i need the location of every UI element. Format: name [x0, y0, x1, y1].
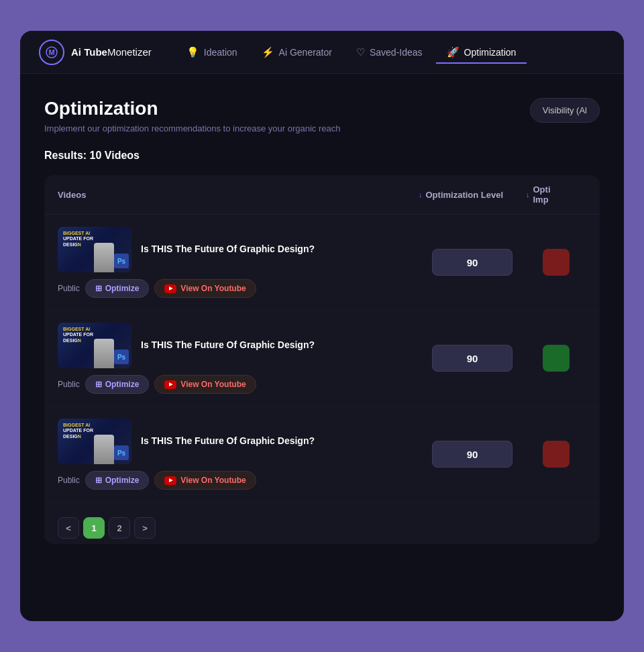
opt-level-cell: 90	[419, 345, 526, 372]
logo: M Ai TubeMonetizer	[39, 40, 152, 65]
video-info: BIGGEST AIUPDATE FORDESIGN Ps Is THIS Th…	[58, 419, 419, 490]
saved-ideas-icon: ♡	[356, 46, 365, 58]
table-row: BIGGEST AIUPDATE FORDESIGN Ps Is THIS Th…	[44, 311, 600, 406]
logo-icon: M	[39, 40, 64, 65]
optimize-icon: ⊞	[95, 476, 102, 485]
col-opt-level: ↓ Optimization Level	[419, 190, 526, 200]
youtube-icon: ▶	[164, 284, 176, 293]
imp-badge	[543, 345, 570, 372]
opt-imp-cell	[526, 249, 586, 276]
page-1-button[interactable]: 1	[83, 517, 105, 539]
video-status: Public	[58, 476, 80, 485]
view-on-youtube-button[interactable]: ▶ View On Youtube	[154, 471, 256, 490]
results-count: Results: 10 Videos	[44, 150, 600, 162]
navbar: M Ai TubeMonetizer 💡 Ideation ⚡ Ai Gener…	[20, 31, 624, 74]
table-header: Videos ↓ Optimization Level ↓ OptiImp	[44, 175, 600, 215]
page-header-text: Optimization Implement our optimization …	[44, 98, 341, 133]
ideation-icon: 💡	[186, 46, 199, 58]
table-row: BIGGEST AIUPDATE FORDESIGN Ps Is THIS Th…	[44, 406, 600, 502]
nav-item-ai-generator[interactable]: ⚡ Ai Generator	[251, 41, 343, 64]
thumb-badge: Ps	[114, 349, 129, 364]
optimize-button[interactable]: ⊞ Optimize	[85, 375, 150, 394]
opt-level-cell: 90	[419, 441, 526, 468]
videos-table: Videos ↓ Optimization Level ↓ OptiImp	[44, 175, 600, 544]
page-header: Optimization Implement our optimization …	[44, 98, 600, 133]
opt-level-value: 90	[432, 441, 513, 468]
prev-page-button[interactable]: <	[58, 517, 79, 539]
view-on-youtube-button[interactable]: ▶ View On Youtube	[154, 375, 256, 394]
visibility-button[interactable]: Visibility (Al	[530, 98, 600, 123]
thumb-person	[94, 243, 114, 272]
video-thumbnail: BIGGEST AIUPDATE FORDESIGN Ps	[58, 323, 131, 368]
sort-arrow-opt-level: ↓	[419, 191, 423, 199]
nav-item-optimization[interactable]: 🚀 Optimization	[436, 41, 527, 64]
page-title: Optimization	[44, 98, 341, 119]
video-thumbnail: BIGGEST AIUPDATE FORDESIGN Ps	[58, 227, 131, 272]
video-actions: Public ⊞ Optimize ▶ View On Youtube	[58, 375, 419, 394]
video-info: BIGGEST AIUPDATE FORDESIGN Ps Is THIS Th…	[58, 227, 419, 298]
optimize-button[interactable]: ⊞ Optimize	[85, 471, 150, 490]
ai-generator-icon: ⚡	[262, 46, 274, 58]
optimize-icon: ⊞	[95, 284, 102, 293]
next-page-button[interactable]: >	[134, 517, 156, 539]
sort-arrow-opt-imp: ↓	[526, 191, 530, 199]
youtube-icon: ▶	[164, 380, 176, 389]
video-title: Is THIS The Future Of Graphic Design?	[141, 435, 315, 448]
optimize-button[interactable]: ⊞ Optimize	[85, 279, 150, 298]
table-row: BIGGEST AIUPDATE FORDESIGN Ps Is THIS Th…	[44, 215, 600, 311]
main-content: Optimization Implement our optimization …	[20, 74, 624, 621]
page-subtitle: Implement our optimization recommendatio…	[44, 123, 341, 133]
video-status: Public	[58, 380, 80, 389]
pagination: < 1 2 >	[44, 502, 600, 544]
video-title: Is THIS The Future Of Graphic Design?	[141, 339, 315, 352]
opt-level-value: 90	[432, 249, 513, 276]
youtube-icon: ▶	[164, 476, 176, 485]
video-info: BIGGEST AIUPDATE FORDESIGN Ps Is THIS Th…	[58, 323, 419, 394]
nav-item-saved-ideas[interactable]: ♡ Saved-Ideas	[345, 41, 433, 64]
nav-items: 💡 Ideation ⚡ Ai Generator ♡ Saved-Ideas …	[176, 41, 605, 64]
imp-badge	[543, 441, 570, 468]
col-videos: Videos	[58, 190, 419, 200]
thumb-person	[94, 339, 114, 368]
video-top: BIGGEST AIUPDATE FORDESIGN Ps Is THIS Th…	[58, 419, 419, 464]
thumb-badge: Ps	[114, 254, 129, 268]
logo-text: Ai TubeMonetizer	[71, 46, 152, 58]
opt-imp-cell	[526, 441, 586, 468]
thumb-badge: Ps	[114, 445, 129, 460]
opt-level-cell: 90	[419, 249, 526, 276]
video-top: BIGGEST AIUPDATE FORDESIGN Ps Is THIS Th…	[58, 227, 419, 272]
app-window: M Ai TubeMonetizer 💡 Ideation ⚡ Ai Gener…	[20, 31, 624, 621]
optimize-icon: ⊞	[95, 380, 102, 389]
thumb-person	[94, 435, 114, 464]
video-actions: Public ⊞ Optimize ▶ View On Youtube	[58, 279, 419, 298]
optimization-icon: 🚀	[447, 46, 460, 58]
video-title: Is THIS The Future Of Graphic Design?	[141, 243, 315, 256]
video-actions: Public ⊞ Optimize ▶ View On Youtube	[58, 471, 419, 490]
video-thumbnail: BIGGEST AIUPDATE FORDESIGN Ps	[58, 419, 131, 464]
video-status: Public	[58, 284, 80, 293]
page-2-button[interactable]: 2	[109, 517, 130, 539]
video-top: BIGGEST AIUPDATE FORDESIGN Ps Is THIS Th…	[58, 323, 419, 368]
nav-item-ideation[interactable]: 💡 Ideation	[176, 41, 248, 64]
opt-level-value: 90	[432, 345, 513, 372]
imp-badge	[543, 249, 570, 276]
opt-imp-cell	[526, 345, 586, 372]
view-on-youtube-button[interactable]: ▶ View On Youtube	[154, 279, 256, 298]
svg-text:M: M	[48, 48, 54, 56]
col-opt-imp: ↓ OptiImp	[526, 184, 586, 205]
